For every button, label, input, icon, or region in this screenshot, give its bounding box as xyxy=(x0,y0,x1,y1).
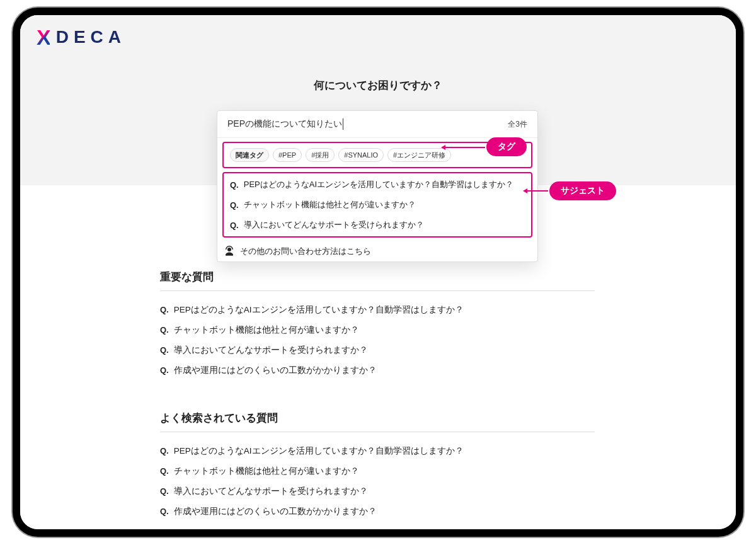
result-count: 全3件 xyxy=(508,119,527,130)
qa-item[interactable]: Q. チャットボット機能は他社と何が違いますか？ xyxy=(160,320,595,340)
section-heading: 重要な質問 xyxy=(160,270,595,291)
suggest-text: PEPはどのようなAIエンジンを活用していますか？自動学習はしますか？ xyxy=(244,179,513,190)
section-heading: よく検索されている質問 xyxy=(160,411,595,432)
suggest-text: 導入においてどんなサポートを受けられますか？ xyxy=(244,219,424,231)
popular-questions-section: よく検索されている質問 Q. PEPはどのようなAIエンジンを活用していますか？… xyxy=(160,411,595,522)
suggest-item[interactable]: Q. PEPはどのようなAIエンジンを活用していますか？自動学習はしますか？ xyxy=(224,175,531,195)
qa-item[interactable]: Q. 作成や運用にはどのくらいの工数がかかりますか？ xyxy=(160,360,595,381)
qa-text: PEPはどのようなAIエンジンを活用していますか？自動学習はしますか？ xyxy=(174,445,464,457)
search-panel: PEPの機能について知りたい 全3件 関連タグ #PEP #採用 #SYNALI… xyxy=(217,110,538,262)
q-prefix: Q. xyxy=(230,180,239,190)
q-prefix: Q. xyxy=(160,345,169,355)
tag-chip[interactable]: #エンジニア研修 xyxy=(387,148,451,162)
brand-name: DECA xyxy=(56,27,126,47)
qa-text: チャットボット機能は他社と何が違いますか？ xyxy=(174,324,359,336)
callout-suggest: サジェスト xyxy=(549,181,616,200)
suggest-item[interactable]: Q. チャットボット機能は他社と何が違いますか？ xyxy=(224,195,531,215)
screen: X DECA 何についてお困りですか？ PEPの機能について知りたい 全3件 xyxy=(20,15,736,529)
q-prefix: Q. xyxy=(160,365,169,375)
q-prefix: Q. xyxy=(230,200,239,210)
q-prefix: Q. xyxy=(160,325,169,335)
suggest-group: Q. PEPはどのようなAIエンジンを活用していますか？自動学習はしますか？ Q… xyxy=(222,172,532,238)
qa-item[interactable]: Q. 導入においてどんなサポートを受けられますか？ xyxy=(160,481,595,502)
q-prefix: Q. xyxy=(160,466,169,476)
header-bar: X DECA xyxy=(20,15,736,59)
text-cursor-icon xyxy=(343,118,343,130)
tag-chip[interactable]: #採用 xyxy=(306,148,335,162)
tag-chip[interactable]: #SYNALIO xyxy=(338,148,384,162)
other-contact-text: その他のお問い合わせ方法はこちら xyxy=(240,246,371,257)
operator-icon xyxy=(224,246,235,257)
logo-mark-icon: X xyxy=(37,25,50,50)
q-prefix: Q. xyxy=(160,486,169,496)
qa-text: PEPはどのようなAIエンジンを活用していますか？自動学習はしますか？ xyxy=(174,304,464,316)
qa-item[interactable]: Q. 導入においてどんなサポートを受けられますか？ xyxy=(160,340,595,360)
important-questions-section: 重要な質問 Q. PEPはどのようなAIエンジンを活用していますか？自動学習はし… xyxy=(160,270,595,381)
search-box: PEPの機能について知りたい 全3件 関連タグ #PEP #採用 #SYNALI… xyxy=(217,110,538,262)
suggest-item[interactable]: Q. 導入においてどんなサポートを受けられますか？ xyxy=(224,215,531,235)
qa-item[interactable]: Q. 作成や運用にはどのくらいの工数がかかりますか？ xyxy=(160,502,595,522)
tablet-frame: X DECA 何についてお困りですか？ PEPの機能について知りたい 全3件 xyxy=(13,8,743,537)
tag-row: 関連タグ #PEP #採用 #SYNALIO #エンジニア研修 xyxy=(222,142,532,168)
suggest-text: チャットボット機能は他社と何が違いますか？ xyxy=(244,199,416,210)
q-prefix: Q. xyxy=(160,305,169,314)
q-prefix: Q. xyxy=(160,446,169,456)
qa-text: 導入においてどんなサポートを受けられますか？ xyxy=(174,486,368,497)
qa-item[interactable]: Q. PEPはどのようなAIエンジンを活用していますか？自動学習はしますか？ xyxy=(160,300,595,320)
q-prefix: Q. xyxy=(160,507,169,516)
search-input-row[interactable]: PEPの機能について知りたい 全3件 xyxy=(217,111,537,138)
svg-point-0 xyxy=(227,248,231,251)
qa-text: チャットボット機能は他社と何が違いますか？ xyxy=(174,466,359,477)
qa-item[interactable]: Q. チャットボット機能は他社と何が違いますか？ xyxy=(160,461,595,481)
qa-text: 導入においてどんなサポートを受けられますか？ xyxy=(174,345,368,356)
qa-text: 作成や運用にはどのくらいの工数がかかりますか？ xyxy=(174,506,377,517)
qa-item[interactable]: Q. PEPはどのようなAIエンジンを活用していますか？自動学習はしますか？ xyxy=(160,441,595,461)
hero-title: 何についてお困りですか？ xyxy=(20,78,736,93)
tag-label-chip: 関連タグ xyxy=(230,148,269,162)
search-input[interactable]: PEPの機能について知りたい xyxy=(227,118,508,130)
other-contact-item[interactable]: その他のお問い合わせ方法はこちら xyxy=(217,241,537,261)
qa-text: 作成や運用にはどのくらいの工数がかかりますか？ xyxy=(174,365,377,376)
q-prefix: Q. xyxy=(230,221,239,230)
main-content: 何についてお困りですか？ PEPの機能について知りたい 全3件 関連タグ #PE… xyxy=(20,59,736,529)
tag-chip[interactable]: #PEP xyxy=(273,148,302,162)
